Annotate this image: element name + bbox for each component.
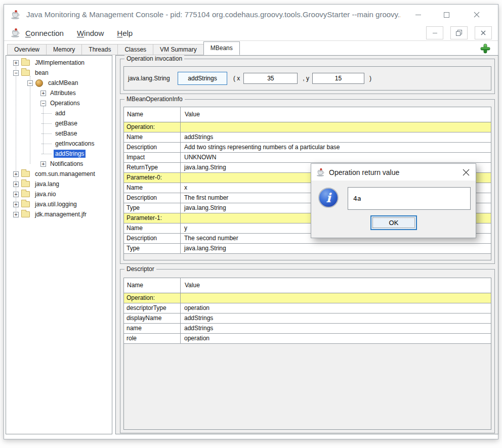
table-row[interactable]: DescriptionAdd two strings representing … (124, 143, 491, 153)
dialog-title: Operation return value (329, 168, 399, 176)
tree-item-label: getBase (54, 119, 79, 127)
tree-item-java.nio[interactable]: +java.nio (6, 189, 112, 199)
cell-name: Impact (124, 153, 181, 162)
cell-name: role (124, 334, 181, 343)
tree-item-java.util.logging[interactable]: +java.util.logging (6, 199, 112, 209)
frame-close-button[interactable] (475, 26, 492, 39)
folder-icon (21, 70, 30, 76)
tree-item-attributes[interactable]: +Attributes (6, 88, 112, 98)
paren-open-label: ( x (233, 75, 240, 82)
addstrings-invoke-button[interactable]: addStrings (178, 72, 227, 85)
return-value-field[interactable] (348, 187, 471, 210)
expand-handle-icon[interactable]: + (13, 192, 19, 197)
expand-handle-icon[interactable]: + (40, 91, 46, 96)
collapse-handle-icon[interactable]: − (13, 70, 19, 76)
cell-name: Type (124, 203, 181, 213)
folder-icon (21, 191, 30, 197)
tree-item-label: Notifications (49, 160, 85, 168)
collapse-handle-icon[interactable]: − (27, 80, 33, 86)
param-x-input[interactable] (243, 73, 298, 84)
tree-item-notifications[interactable]: +Notifications (6, 159, 112, 169)
tab-vm-summary[interactable]: VM Summary (153, 44, 204, 55)
invocation-row: java.lang.String addStrings ( x , y ) (123, 66, 491, 91)
tree-connector-stub (41, 113, 52, 114)
descriptor-table: NameValueOperation:descriptorTypeoperati… (123, 278, 491, 430)
tree-item-java.lang[interactable]: +java.lang (6, 179, 112, 189)
expand-handle-icon[interactable]: + (13, 171, 19, 177)
table-row[interactable]: Typejava.lang.String (124, 244, 491, 254)
tab-mbeans[interactable]: MBeans (203, 41, 240, 55)
ok-button[interactable]: OK (370, 215, 417, 230)
tab-classes[interactable]: Classes (117, 44, 153, 55)
folder-icon (21, 60, 30, 66)
tree-item-operations[interactable]: −Operations (6, 98, 112, 108)
tree-item-label: Operations (49, 99, 81, 107)
table-row[interactable]: nameaddStrings (124, 324, 491, 334)
cell-name: Description (124, 234, 181, 243)
frame-restore-button[interactable] (450, 26, 468, 39)
tree-item-calcmbean[interactable]: −calcMBean (6, 78, 112, 88)
table-header: NameValue (124, 278, 491, 293)
tree-item-jdk.management.jfr[interactable]: +jdk.management.jfr (6, 209, 112, 219)
minimize-icon (433, 33, 437, 33)
close-icon (481, 30, 486, 35)
cell-value: Add two strings representing numbers of … (181, 143, 491, 152)
column-header-value: Value (181, 107, 491, 122)
close-icon (474, 12, 480, 18)
tree-item-bean[interactable]: −bean (6, 68, 112, 78)
expand-handle-icon[interactable]: + (13, 202, 19, 207)
tree-item-getbase[interactable]: getBase (6, 118, 112, 128)
operation-return-value-dialog: Operation return value i OK (311, 163, 476, 238)
param-y-input[interactable] (312, 73, 364, 84)
table-row[interactable]: roleoperation (124, 334, 491, 344)
tab-memory[interactable]: Memory (46, 44, 82, 55)
tree-item-getinvocations[interactable]: getInvocations (6, 139, 112, 149)
cell-name: name (124, 324, 181, 333)
tree-connector-stub (41, 133, 52, 134)
expand-handle-icon[interactable]: + (13, 212, 19, 217)
java-cup-icon (10, 10, 20, 20)
tab-threads[interactable]: Threads (81, 44, 118, 55)
expand-handle-icon[interactable]: + (13, 60, 19, 66)
collapse-handle-icon[interactable]: − (40, 101, 46, 106)
dialog-close-button[interactable] (462, 168, 471, 177)
menu-help[interactable]: Help (117, 29, 133, 37)
tree-connector-stub (41, 123, 52, 124)
java-cup-icon (316, 168, 325, 177)
tree-item-label: setBase (54, 129, 78, 138)
tree-item-add[interactable]: add (6, 108, 112, 118)
tree-item-addstrings[interactable]: addStrings (6, 149, 112, 159)
java-cup-icon (10, 28, 20, 38)
folder-icon (21, 211, 30, 217)
tree-item-com.sun.management[interactable]: +com.sun.management (6, 169, 112, 179)
table-row[interactable]: Operation: (124, 122, 491, 132)
tree-item-jmimplementation[interactable]: +JMImplementation (6, 58, 112, 68)
menu-window[interactable]: Window (77, 29, 104, 37)
cell-value (181, 293, 491, 303)
expand-handle-icon[interactable]: + (13, 182, 19, 187)
table-row[interactable]: descriptorTypeoperation (124, 303, 491, 313)
maximize-button[interactable] (435, 5, 458, 25)
connect-icon[interactable] (480, 43, 491, 54)
table-row[interactable]: Operation: (124, 293, 491, 303)
table-row[interactable]: ImpactUNKNOWN (124, 153, 491, 163)
folder-icon (21, 201, 30, 207)
tree-connector-stub (41, 154, 52, 154)
minimize-button[interactable] (406, 5, 430, 25)
tree-item-setbase[interactable]: setBase (6, 128, 112, 139)
menu-connection[interactable]: Connection (25, 29, 64, 37)
table-row[interactable]: displayNameaddStrings (124, 313, 491, 324)
tree-item-label: calcMBean (47, 79, 79, 87)
main-window: Java Monitoring & Management Console - p… (4, 4, 498, 439)
tree-item-label: add (54, 109, 67, 117)
tree-item-label: getInvocations (54, 140, 96, 148)
cell-name: Description (124, 193, 181, 203)
table-row[interactable]: NameaddStrings (124, 132, 491, 143)
frame-minimize-button[interactable] (426, 26, 443, 39)
close-button[interactable] (465, 5, 488, 25)
expand-handle-icon[interactable]: + (40, 161, 46, 167)
tab-overview[interactable]: Overview (7, 44, 47, 55)
cell-name: Operation: (124, 122, 181, 132)
cell-value: addStrings (181, 313, 491, 323)
operation-invocation-group: Operation invocation java.lang.String ad… (120, 59, 495, 94)
